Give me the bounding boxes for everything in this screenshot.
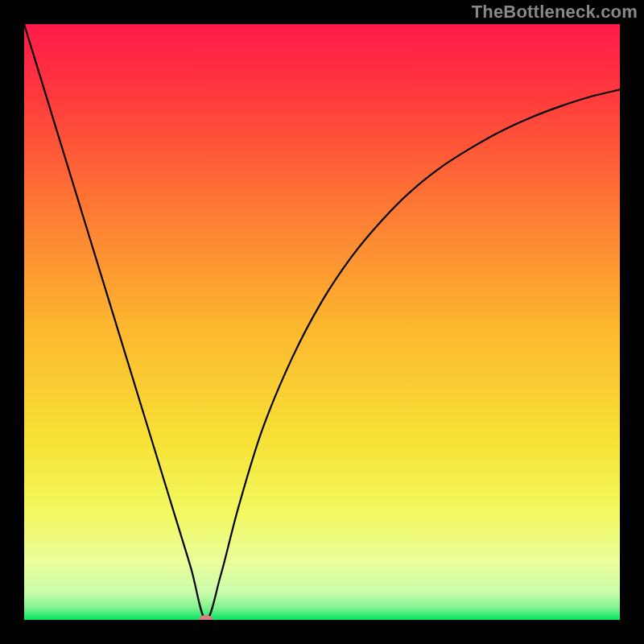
- watermark-text: TheBottleneck.com: [472, 2, 638, 23]
- chart-container: TheBottleneck.com: [0, 0, 644, 644]
- gradient-background: [24, 24, 620, 620]
- chart-svg: [24, 24, 620, 620]
- plot-area: [24, 24, 620, 620]
